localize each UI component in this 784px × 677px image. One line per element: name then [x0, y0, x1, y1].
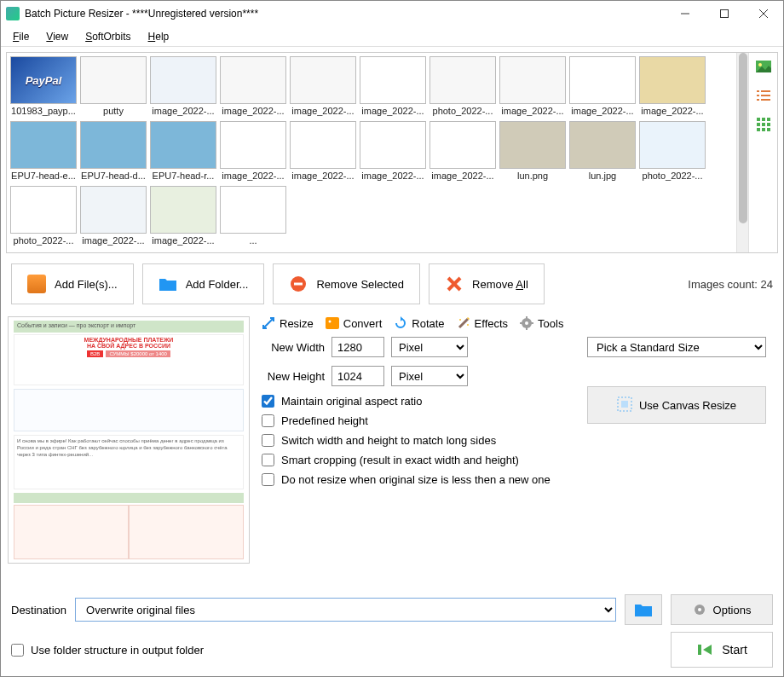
- svg-rect-20: [767, 128, 770, 131]
- tab-tools[interactable]: Tools: [520, 316, 563, 330]
- close-button[interactable]: [744, 1, 783, 26]
- predefined-height-checkbox[interactable]: [262, 414, 274, 427]
- add-files-button[interactable]: Add File(s)...: [11, 263, 134, 304]
- thumbnail-item[interactable]: image_2022-...: [569, 56, 636, 118]
- thumbnail-item[interactable]: putty: [80, 56, 147, 118]
- thumbnail-image: [150, 186, 216, 234]
- thumbnail-label: ...: [220, 235, 286, 246]
- thumbnail-image: [10, 121, 77, 169]
- tab-effects[interactable]: Effects: [457, 316, 509, 330]
- thumbnail-item[interactable]: photo_2022-...: [429, 56, 496, 118]
- new-width-input[interactable]: [331, 337, 384, 357]
- thumbnail-item[interactable]: photo_2022-...: [639, 121, 706, 182]
- maintain-aspect-checkbox[interactable]: [262, 395, 274, 408]
- scrollbar-thumb[interactable]: [739, 53, 747, 223]
- thumbnail-item[interactable]: EPU7-head-e...: [10, 121, 77, 182]
- menu-help[interactable]: Help: [141, 29, 176, 44]
- thumbnail-label: image_2022-...: [569, 106, 636, 116]
- start-button[interactable]: Start: [671, 632, 773, 668]
- thumbnail-gallery[interactable]: PayPal101983_payp...puttyimage_2022-...i…: [7, 53, 736, 252]
- standard-size-select[interactable]: Pick a Standard Size: [587, 337, 766, 357]
- thumbnail-item[interactable]: image_2022-...: [150, 186, 216, 247]
- thumbnail-image: [569, 56, 636, 104]
- switch-sides-label: Switch width and height to match long si…: [281, 434, 496, 447]
- thumbnail-label: image_2022-...: [220, 106, 286, 116]
- gear-icon: [693, 603, 706, 616]
- thumbnail-image: [150, 121, 216, 169]
- thumbnail-image: [569, 121, 636, 169]
- thumbnail-image: [80, 121, 147, 169]
- thumbnail-item[interactable]: image_2022-...: [220, 56, 286, 118]
- smart-cropping-checkbox[interactable]: [262, 454, 274, 466]
- thumbnail-item[interactable]: image_2022-...: [429, 121, 496, 182]
- maximize-button[interactable]: [705, 1, 744, 26]
- no-resize-label: Do not resize when original size is less…: [281, 473, 551, 486]
- thumbnail-image: [499, 56, 566, 104]
- remove-selected-button[interactable]: Remove Selected: [273, 263, 420, 304]
- switch-sides-checkbox[interactable]: [262, 434, 274, 447]
- tab-resize[interactable]: Resize: [262, 316, 314, 330]
- thumbnail-item[interactable]: image_2022-...: [360, 121, 426, 182]
- tab-convert[interactable]: Convert: [326, 316, 383, 330]
- app-window: Batch Picture Resizer - ****Unregistered…: [0, 0, 784, 677]
- thumbnail-item[interactable]: image_2022-...: [360, 56, 426, 118]
- thumbnail-item[interactable]: image_2022-...: [639, 56, 706, 118]
- thumbnail-item[interactable]: EPU7-head-d...: [80, 121, 147, 182]
- tab-rotate-label: Rotate: [412, 317, 444, 330]
- thumbnail-label: image_2022-...: [290, 106, 356, 116]
- thumbnail-label: image_2022-...: [220, 171, 286, 181]
- view-list-icon[interactable]: [755, 87, 772, 104]
- use-folder-structure-checkbox[interactable]: [11, 644, 24, 657]
- width-unit-select[interactable]: Pixel: [391, 337, 468, 357]
- tab-convert-label: Convert: [343, 317, 383, 330]
- menu-file[interactable]: File: [6, 29, 36, 44]
- thumbnail-item[interactable]: image_2022-...: [290, 56, 356, 118]
- thumbnail-item[interactable]: image_2022-...: [290, 121, 356, 182]
- menu-softorbits[interactable]: SoftOrbits: [78, 29, 137, 44]
- thumbnail-label: image_2022-...: [150, 106, 216, 116]
- remove-selected-label: Remove Selected: [316, 278, 404, 291]
- gallery-scrollbar[interactable]: [736, 53, 748, 252]
- options-label: Options: [713, 604, 752, 616]
- view-grid-icon[interactable]: [755, 116, 772, 133]
- thumbnail-item[interactable]: photo_2022-...: [10, 186, 77, 247]
- thumbnail-item[interactable]: ...: [220, 186, 286, 247]
- thumbnail-item[interactable]: PayPal101983_payp...: [10, 56, 77, 118]
- add-folder-label: Add Folder...: [186, 278, 249, 291]
- height-unit-select[interactable]: Pixel: [391, 366, 468, 386]
- add-folder-button[interactable]: Add Folder...: [142, 263, 265, 304]
- thumbnail-item[interactable]: image_2022-...: [220, 121, 286, 182]
- thumbnail-label: image_2022-...: [429, 171, 496, 181]
- thumbnail-item[interactable]: lun.png: [499, 121, 566, 182]
- tab-rotate[interactable]: Rotate: [394, 316, 444, 330]
- minimize-button[interactable]: [666, 1, 705, 26]
- thumbnail-item[interactable]: image_2022-...: [150, 56, 216, 118]
- remove-all-icon: [445, 275, 464, 293]
- new-height-input[interactable]: [331, 366, 384, 386]
- destination-select[interactable]: Overwrite original files: [75, 598, 616, 622]
- no-resize-checkbox[interactable]: [262, 473, 274, 486]
- options-button[interactable]: Options: [671, 594, 773, 625]
- tabs: Resize Convert Rotate Effects Tools: [257, 313, 775, 337]
- svg-rect-13: [762, 118, 765, 121]
- thumbnail-image: PayPal: [10, 56, 77, 104]
- maintain-aspect-label: Maintain original aspect ratio: [281, 395, 422, 408]
- view-mode-panel: [748, 53, 777, 252]
- menu-view[interactable]: View: [39, 29, 75, 44]
- remove-selected-icon: [289, 275, 308, 293]
- new-width-label: New Width: [257, 341, 325, 354]
- thumbnail-item[interactable]: image_2022-...: [499, 56, 566, 118]
- thumbnail-item[interactable]: lun.jpg: [569, 121, 636, 182]
- svg-rect-14: [767, 118, 770, 121]
- remove-all-button[interactable]: Remove All: [429, 263, 545, 304]
- thumbnail-item[interactable]: EPU7-head-r...: [150, 121, 216, 182]
- svg-point-30: [525, 321, 528, 325]
- tabs-panel: Resize Convert Rotate Effects Tools: [257, 310, 783, 587]
- svg-rect-12: [757, 118, 760, 121]
- view-large-icon[interactable]: [755, 58, 772, 75]
- browse-folder-button[interactable]: [625, 594, 662, 625]
- canvas-resize-button[interactable]: Use Canvas Resize: [587, 386, 766, 424]
- svg-rect-19: [762, 128, 765, 131]
- minimize-icon: [681, 9, 689, 18]
- thumbnail-item[interactable]: image_2022-...: [80, 186, 147, 247]
